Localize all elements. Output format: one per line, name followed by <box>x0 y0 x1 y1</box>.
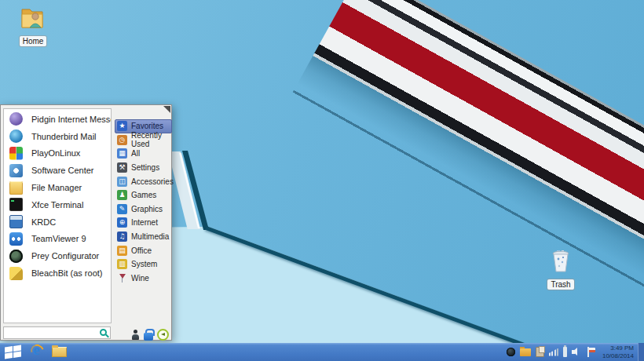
desktop-icon-trash[interactable]: Trash <box>543 250 579 290</box>
menu-item-prey-configurator[interactable]: Prey Configurator <box>4 247 111 264</box>
category-label: Recently Used <box>131 131 171 148</box>
pidgin-icon <box>9 112 23 126</box>
trash-icon-label: Trash <box>547 279 573 290</box>
clock-time: 3:49 PM <box>602 345 634 352</box>
teamviewer-icon <box>9 232 23 246</box>
menu-item-label: TeamViewer 9 <box>31 234 86 243</box>
file-manager-launcher[interactable] <box>52 347 67 357</box>
category-label: Wine <box>131 274 149 283</box>
start-button[interactable] <box>5 345 21 359</box>
graphics-pencil-icon: ✎ <box>117 204 127 214</box>
recently-used-clock-icon: ◷ <box>117 135 127 145</box>
category-label: Graphics <box>131 205 163 213</box>
playonlinux-icon <box>9 147 23 160</box>
category-settings[interactable]: ⚒ Settings <box>115 161 172 175</box>
menu-item-playonlinux[interactable]: PlayOnLinux <box>4 145 111 162</box>
desktop: Home Trash Pidgin Internet Messenger Thu… <box>0 0 644 361</box>
category-multimedia[interactable]: ♫ Multimedia <box>115 230 172 244</box>
file-manager-icon <box>9 181 23 195</box>
clock-date: 10/08/2014 <box>602 352 634 360</box>
removable-device-icon[interactable] <box>563 347 567 357</box>
search-input[interactable] <box>4 330 110 341</box>
home-folder-icon <box>20 6 46 30</box>
desktop-icon-home[interactable]: Home <box>15 6 51 47</box>
menu-item-label: Software Center <box>31 166 93 175</box>
menu-item-krdc[interactable]: KRDC <box>4 213 111 231</box>
flag-notification-icon[interactable] <box>587 347 595 357</box>
volume-icon[interactable] <box>572 348 582 356</box>
menu-item-label: BleachBit (as root) <box>31 268 102 278</box>
menu-item-teamviewer[interactable]: TeamViewer 9 <box>4 231 111 248</box>
windows-logo-icon <box>5 346 13 352</box>
menu-item-bleachbit-root[interactable]: BleachBit (as root) <box>4 264 111 282</box>
windows-logo-icon <box>5 352 13 359</box>
office-document-icon: ▤ <box>117 246 127 256</box>
category-label: Favorites <box>131 122 163 130</box>
menu-item-thunderbird[interactable]: Thunderbird Mail <box>4 128 111 145</box>
menu-item-label: Thunderbird Mail <box>31 132 97 141</box>
clipboard-tray-icon[interactable] <box>536 347 544 357</box>
menu-action-buttons <box>131 329 169 341</box>
windows-logo-icon <box>13 345 21 352</box>
internet-globe-icon: ⊕ <box>117 217 127 228</box>
menu-item-pidgin[interactable]: Pidgin Internet Messenger <box>4 111 111 128</box>
menu-search <box>3 326 111 339</box>
category-all[interactable]: ▦ All <box>115 147 172 161</box>
menu-item-label: Prey Configurator <box>31 251 99 261</box>
category-office[interactable]: ▤ Office <box>115 243 172 257</box>
category-accessories[interactable]: ◫ Accessories <box>115 174 172 188</box>
browser-e-icon: e <box>33 341 39 359</box>
thunderbird-icon <box>9 129 23 143</box>
menu-item-label: PlayOnLinux <box>31 148 80 158</box>
krdc-icon <box>9 215 23 228</box>
all-apps-grid-icon: ▦ <box>117 148 127 159</box>
menu-item-label: Xfce Terminal <box>31 200 83 210</box>
show-desktop-button[interactable] <box>638 343 644 361</box>
favorites-star-icon: ★ <box>117 121 127 131</box>
system-tray <box>507 346 595 358</box>
category-internet[interactable]: ⊕ Internet <box>115 216 172 230</box>
category-label: System <box>131 260 157 268</box>
accessories-icon: ◫ <box>117 177 127 187</box>
category-label: Accessories <box>131 177 174 186</box>
settings-tools-icon: ⚒ <box>117 162 127 173</box>
category-label: Office <box>131 246 152 255</box>
logout-icon[interactable] <box>157 329 169 341</box>
browser-launcher[interactable]: e <box>29 343 46 360</box>
wine-glass-icon <box>117 273 127 283</box>
multimedia-note-icon: ♫ <box>117 232 127 242</box>
category-label: Internet <box>131 218 158 227</box>
taskbar: e 3:49 PM 10/08/2014 <box>0 343 644 361</box>
menu-category-list: ★ Favorites ◷ Recently Used ▦ All ⚒ Sett… <box>115 119 172 285</box>
menu-resize-grip-icon[interactable] <box>163 106 170 113</box>
games-icon: ♟ <box>117 190 127 200</box>
trash-bin-icon <box>551 250 571 273</box>
menu-item-file-manager[interactable]: File Manager <box>4 179 111 196</box>
menu-item-label: KRDC <box>31 217 56 227</box>
category-wine[interactable]: Wine <box>115 272 172 286</box>
prey-tray-icon[interactable] <box>507 348 515 356</box>
category-recently-used[interactable]: ◷ Recently Used <box>115 133 172 148</box>
folder-tray-icon[interactable] <box>520 348 531 356</box>
category-games[interactable]: ♟ Games <box>115 188 172 202</box>
menu-app-list: Pidgin Internet Messenger Thunderbird Ma… <box>3 108 112 323</box>
menu-item-software-center[interactable]: Software Center <box>4 162 111 179</box>
system-icon: ▥ <box>117 259 127 269</box>
category-label: Games <box>131 191 156 199</box>
windows-logo-icon <box>13 352 21 358</box>
category-system[interactable]: ▥ System <box>115 257 172 272</box>
menu-item-xfce-terminal[interactable]: Xfce Terminal <box>4 196 111 213</box>
category-label: Settings <box>131 163 159 172</box>
menu-item-label: Pidgin Internet Messenger <box>31 115 112 124</box>
lock-screen-icon[interactable] <box>144 329 153 341</box>
category-label: Multimedia <box>131 232 169 241</box>
category-graphics[interactable]: ✎ Graphics <box>115 202 172 217</box>
software-center-icon <box>9 164 23 177</box>
user-settings-icon[interactable] <box>131 330 140 341</box>
prey-icon <box>9 250 23 263</box>
home-icon-label: Home <box>20 36 47 46</box>
menu-item-label: File Manager <box>31 183 82 192</box>
taskbar-clock[interactable]: 3:49 PM 10/08/2014 <box>602 345 634 359</box>
network-signal-icon[interactable] <box>549 348 558 356</box>
application-menu: Pidgin Internet Messenger Thunderbird Ma… <box>0 104 172 341</box>
